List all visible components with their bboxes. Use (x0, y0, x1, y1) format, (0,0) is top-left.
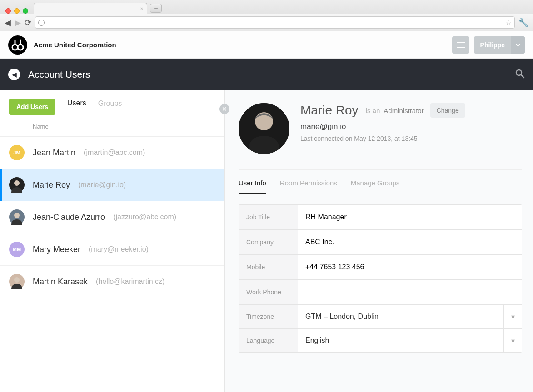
detail-tabs: User Info Room Permissions Manage Groups (239, 169, 522, 194)
svg-point-6 (14, 277, 20, 283)
user-detail-panel: Marie Roy is an Administrator Change mar… (225, 90, 533, 392)
user-name: Martin Karasek (33, 277, 88, 287)
hamburger-icon (457, 45, 465, 45)
back-icon[interactable]: ◀ (5, 18, 11, 28)
tab-users[interactable]: Users (67, 99, 86, 114)
user-email: (marie@gin.io) (78, 181, 126, 189)
user-name: Jean-Claude Azurro (33, 213, 105, 222)
user-email: (hello@karimartin.cz) (96, 278, 164, 286)
bookmark-icon[interactable]: ☆ (505, 18, 512, 27)
user-info-form: Job Title Company Mobile Work Phone Time… (239, 204, 522, 353)
maximize-window-icon[interactable] (23, 8, 28, 14)
chevron-down-icon (511, 36, 525, 54)
avatar: JM (9, 145, 25, 160)
field-language: Language English ▾ (239, 329, 522, 352)
input-company[interactable] (305, 230, 514, 254)
role-value: Administrator (384, 107, 423, 114)
close-panel-button[interactable]: ✕ (219, 104, 229, 114)
back-arrow-icon: ◀ (12, 71, 17, 78)
svg-point-5 (14, 213, 20, 218)
input-mobile[interactable] (305, 255, 514, 279)
add-users-button[interactable]: Add Users (9, 99, 55, 115)
svg-point-1 (18, 45, 23, 50)
avatar (9, 274, 25, 289)
user-email: (jmartin@abc.com) (84, 149, 145, 157)
label-timezone: Timezone (239, 305, 298, 328)
user-email: (mary@meeker.io) (89, 245, 149, 253)
user-row[interactable]: Jean-Claude Azurro (jazzuro@abc.com) (0, 201, 224, 233)
svg-point-0 (12, 45, 18, 50)
field-mobile: Mobile (239, 255, 522, 280)
profile-name: Marie Roy (300, 103, 359, 118)
select-timezone-value[interactable]: GTM – London, Dublin (298, 305, 503, 328)
user-name: Mary Meeker (33, 245, 80, 254)
user-row[interactable]: JMJean Martin (jmartin@abc.com) (0, 137, 224, 169)
label-work-phone: Work Phone (239, 280, 298, 304)
tab-close-icon[interactable]: × (140, 6, 143, 11)
forward-icon: ▶ (15, 18, 21, 28)
tab-user-info[interactable]: User Info (239, 179, 266, 194)
browser-settings-icon[interactable]: 🔧 (518, 18, 528, 28)
label-mobile: Mobile (239, 255, 298, 279)
browser-tab[interactable]: × (34, 3, 147, 14)
label-company: Company (239, 230, 298, 254)
user-row[interactable]: Marie Roy (marie@gin.io) (0, 169, 224, 201)
label-job-title: Job Title (239, 205, 298, 229)
avatar (9, 209, 25, 225)
svg-point-4 (14, 180, 20, 186)
change-role-button[interactable]: Change (430, 103, 465, 118)
user-menu[interactable]: Philippe (474, 36, 525, 54)
tab-groups[interactable]: Groups (98, 99, 122, 114)
last-connected-value: May 12 2013, at 13:45 (354, 135, 417, 142)
globe-icon (38, 20, 45, 26)
back-button[interactable]: ◀ (8, 69, 20, 80)
user-row[interactable]: MMMary Meeker (mary@meeker.io) (0, 233, 224, 266)
user-name: Jean Martin (33, 148, 75, 158)
field-company: Company (239, 230, 522, 255)
browser-chrome: × ＋ ◀ ▶ ⟳ ☆ 🔧 (0, 0, 533, 31)
profile-header: Marie Roy is an Administrator Change mar… (239, 103, 522, 154)
field-work-phone: Work Phone (239, 280, 522, 305)
field-job-title: Job Title (239, 205, 522, 230)
input-job-title[interactable] (305, 205, 514, 229)
timezone-dropdown-icon[interactable]: ▾ (503, 305, 522, 328)
profile-email: marie@gin.io (300, 122, 465, 131)
minimize-window-icon[interactable] (14, 8, 20, 14)
main-content: ✕ Add Users Users Groups Name JMJean Mar… (0, 90, 533, 392)
tab-manage-groups[interactable]: Manage Groups (351, 179, 400, 194)
users-panel: ✕ Add Users Users Groups Name JMJean Mar… (0, 90, 225, 392)
user-list: JMJean Martin (jmartin@abc.com)Marie Roy… (0, 137, 224, 298)
input-work-phone[interactable] (305, 280, 514, 304)
profile-avatar[interactable] (239, 103, 289, 154)
app-header: Acme United Corporation Philippe (0, 31, 533, 59)
svg-line-3 (521, 75, 524, 78)
role-prefix: is an (366, 107, 380, 114)
field-timezone: Timezone GTM – London, Dublin ▾ (239, 305, 522, 329)
tab-room-permissions[interactable]: Room Permissions (280, 179, 337, 194)
new-tab-button[interactable]: ＋ (150, 4, 162, 13)
column-header-name: Name (0, 115, 224, 137)
page-title: Account Users (28, 69, 90, 80)
select-language-value[interactable]: English (298, 329, 503, 352)
last-connected: Last connected on May 12 2013, at 13:45 (300, 135, 465, 142)
reload-icon[interactable]: ⟳ (25, 18, 31, 28)
page-subheader: ◀ Account Users (0, 59, 533, 90)
brand-logo[interactable] (8, 35, 27, 55)
user-row[interactable]: Martin Karasek (hello@karimartin.cz) (0, 266, 224, 298)
label-language: Language (239, 329, 298, 352)
user-name: Marie Roy (33, 180, 70, 190)
menu-button[interactable] (452, 36, 469, 54)
user-menu-label: Philippe (480, 41, 505, 49)
search-icon[interactable] (515, 69, 525, 80)
user-email: (jazzuro@abc.com) (113, 213, 176, 221)
brand-name: Acme United Corporation (34, 41, 116, 49)
close-window-icon[interactable] (5, 8, 11, 14)
language-dropdown-icon[interactable]: ▾ (503, 329, 522, 352)
avatar (9, 177, 25, 193)
avatar: MM (9, 242, 25, 257)
address-bar[interactable]: ☆ (35, 16, 515, 29)
window-controls (4, 5, 31, 14)
